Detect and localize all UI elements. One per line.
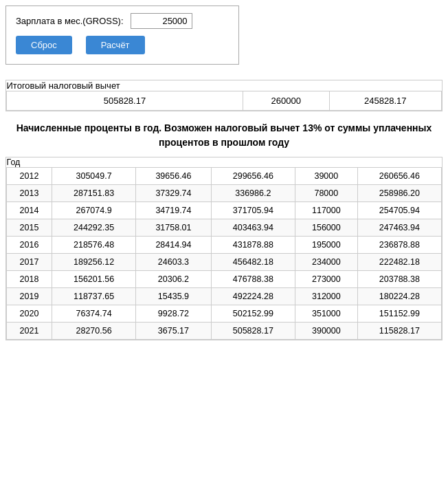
salary-label: Зарплата в мес.(GROSS): [16, 16, 124, 26]
table-cell: 195000 [295, 237, 357, 254]
table-cell: 403463.94 [211, 219, 295, 237]
table-cell: 2018 [7, 271, 52, 288]
table-cell: 222482.18 [357, 254, 441, 271]
table-cell: 234000 [295, 254, 357, 271]
salary-input[interactable] [131, 13, 192, 29]
table-cell: 260656.46 [357, 168, 441, 185]
button-row: Сброс Расчёт [16, 36, 229, 54]
table-cell: 2015 [7, 219, 52, 237]
table-cell: 390000 [295, 323, 357, 340]
table-cell: 117000 [295, 202, 357, 219]
table-cell: 34719.74 [136, 202, 212, 219]
main-header-row: Год [7, 157, 442, 168]
table-row: 2012305049.739656.46299656.4639000260656… [7, 168, 442, 185]
table-cell: 299656.46 [211, 168, 295, 185]
table-cell: 156201.56 [52, 271, 136, 288]
table-cell: 492224.28 [211, 288, 295, 305]
table-cell: 236878.88 [357, 237, 441, 254]
table-cell: 115828.17 [357, 323, 441, 340]
table-cell: 336986.2 [211, 185, 295, 202]
table-cell: 312000 [295, 288, 357, 305]
table-cell: 2013 [7, 185, 52, 202]
table-cell: 118737.65 [52, 288, 136, 305]
notice-text: Начисленные проценты в год. Возможен нал… [5, 121, 443, 150]
table-cell: 3675.17 [136, 323, 212, 340]
table-cell: 2021 [7, 323, 52, 340]
table-cell: 31758.01 [136, 219, 212, 237]
table-cell: 15435.9 [136, 288, 212, 305]
top-section: Зарплата в мес.(GROSS): Сброс Расчёт [5, 6, 239, 65]
table-cell: 351000 [295, 305, 357, 323]
table-cell: 2012 [7, 168, 52, 185]
table-cell: 258986.20 [357, 185, 441, 202]
table-row: 202128270.563675.17505828.17390000115828… [7, 323, 442, 340]
reset-button[interactable]: Сброс [16, 36, 72, 54]
table-cell: 78000 [295, 185, 357, 202]
table-cell: 502152.99 [211, 305, 295, 323]
table-row: 2015244292.3531758.01403463.941560002474… [7, 219, 442, 237]
table-row: 2014267074.934719.74371705.9411700025470… [7, 202, 442, 219]
summary-header-row: Итоговый налоговый вычет [7, 80, 442, 91]
main-table: Год 2012305049.739656.46299656.463900026… [6, 157, 442, 340]
summary-value-0: 505828.17 [7, 91, 243, 111]
table-cell: 267074.9 [52, 202, 136, 219]
table-cell: 203788.38 [357, 271, 441, 288]
summary-table: Итоговый налоговый вычет 505828.17 26000… [6, 80, 442, 111]
summary-value-2: 245828.17 [329, 91, 441, 111]
table-cell: 151152.99 [357, 305, 441, 323]
table-cell: 39000 [295, 168, 357, 185]
table-cell: 254705.94 [357, 202, 441, 219]
table-cell: 9928.72 [136, 305, 212, 323]
main-table-wrap: Год 2012305049.739656.46299656.463900026… [5, 157, 443, 340]
table-cell: 76374.74 [52, 305, 136, 323]
table-row: 2016218576.4828414.94431878.881950002368… [7, 237, 442, 254]
table-cell: 20306.2 [136, 271, 212, 288]
table-cell: 476788.38 [211, 271, 295, 288]
calc-button[interactable]: Расчёт [86, 36, 145, 54]
table-row: 2018156201.5620306.2476788.3827300020378… [7, 271, 442, 288]
table-cell: 287151.83 [52, 185, 136, 202]
table-cell: 2019 [7, 288, 52, 305]
table-row: 2019118737.6515435.9492224.2831200018022… [7, 288, 442, 305]
table-row: 2017189256.1224603.3456482.1823400022248… [7, 254, 442, 271]
table-cell: 24603.3 [136, 254, 212, 271]
table-cell: 156000 [295, 219, 357, 237]
table-cell: 39656.46 [136, 168, 212, 185]
table-cell: 305049.7 [52, 168, 136, 185]
table-cell: 2020 [7, 305, 52, 323]
table-cell: 371705.94 [211, 202, 295, 219]
summary-value-1: 260000 [243, 91, 329, 111]
table-cell: 431878.88 [211, 237, 295, 254]
table-cell: 218576.48 [52, 237, 136, 254]
table-cell: 2014 [7, 202, 52, 219]
table-cell: 244292.35 [52, 219, 136, 237]
table-cell: 505828.17 [211, 323, 295, 340]
table-row: 2013287151.8337329.74336986.278000258986… [7, 185, 442, 202]
summary-table-wrap: Итоговый налоговый вычет 505828.17 26000… [5, 80, 443, 111]
table-cell: 28270.56 [52, 323, 136, 340]
table-cell: 189256.12 [52, 254, 136, 271]
summary-data-row: 505828.17 260000 245828.17 [7, 91, 442, 111]
table-cell: 456482.18 [211, 254, 295, 271]
table-cell: 180224.28 [357, 288, 441, 305]
table-cell: 37329.74 [136, 185, 212, 202]
table-cell: 28414.94 [136, 237, 212, 254]
table-cell: 273000 [295, 271, 357, 288]
salary-row: Зарплата в мес.(GROSS): [16, 13, 229, 29]
table-cell: 2017 [7, 254, 52, 271]
table-cell: 247463.94 [357, 219, 441, 237]
table-cell: 2016 [7, 237, 52, 254]
table-row: 202076374.749928.72502152.99351000151152… [7, 305, 442, 323]
